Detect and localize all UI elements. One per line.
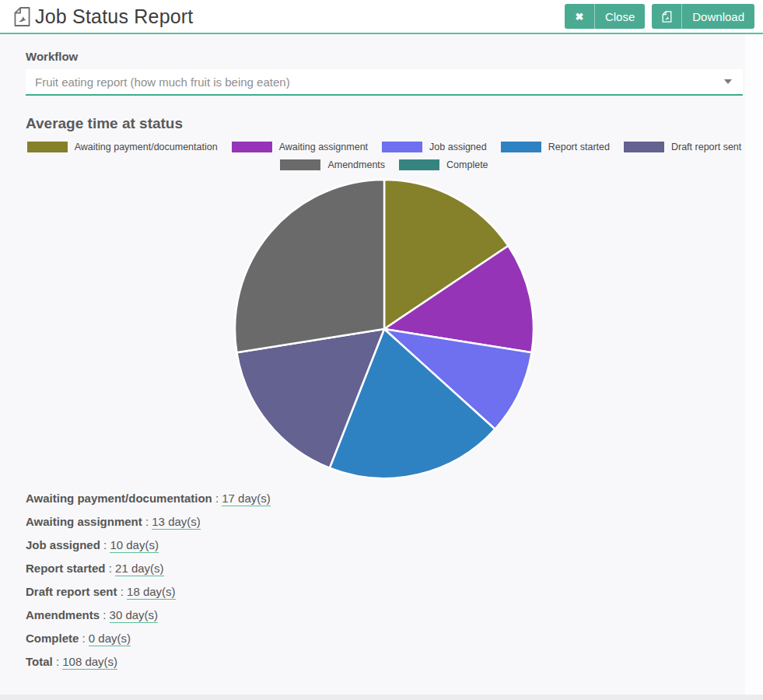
- status-separator: :: [106, 562, 116, 575]
- page-title: Job Status Report: [35, 5, 194, 28]
- pdf-download-icon: [652, 4, 681, 29]
- status-row: Awaiting assignment : 13 day(s): [26, 510, 743, 534]
- status-separator: :: [100, 608, 110, 621]
- legend-swatch: [399, 159, 439, 170]
- download-button-label: Download: [682, 10, 754, 23]
- legend-label: Complete: [446, 159, 488, 170]
- workflow-label: Workflow: [26, 50, 743, 63]
- status-separator: :: [212, 492, 222, 505]
- legend-item[interactable]: Report started: [501, 142, 610, 152]
- header-buttons: ✖ Close Download: [565, 4, 754, 29]
- status-value-link[interactable]: 21 day(s): [115, 562, 164, 576]
- title-wrap: Job Status Report: [11, 5, 194, 28]
- legend-label: Job assigned: [429, 142, 487, 152]
- legend-label: Report started: [548, 142, 610, 152]
- pie-slice[interactable]: [235, 180, 384, 352]
- status-separator: :: [142, 515, 152, 528]
- status-row: Awaiting payment/documentation : 17 day(…: [26, 487, 743, 510]
- legend-swatch: [624, 142, 664, 152]
- pie-chart-container: [26, 177, 743, 481]
- status-value-link[interactable]: 18 day(s): [127, 585, 176, 600]
- workflow-select[interactable]: Fruit eating report (how much fruit is b…: [26, 69, 743, 96]
- legend-swatch: [27, 142, 68, 152]
- legend-item[interactable]: Complete: [399, 159, 488, 170]
- download-button[interactable]: Download: [652, 4, 754, 29]
- status-separator: :: [79, 632, 89, 645]
- status-label: Report started: [26, 562, 106, 575]
- legend-label: Awaiting payment/documentation: [75, 142, 218, 152]
- status-separator: :: [117, 585, 128, 598]
- status-label: Total: [26, 655, 53, 668]
- legend-item[interactable]: Amendments: [280, 159, 385, 170]
- status-row: Total : 108 day(s): [26, 650, 743, 674]
- status-row: Report started : 21 day(s): [26, 557, 743, 580]
- legend-swatch: [280, 159, 320, 170]
- status-separator: :: [100, 538, 110, 551]
- status-value-link[interactable]: 30 day(s): [110, 608, 159, 623]
- legend-label: Amendments: [327, 159, 385, 170]
- workflow-selected-option: Fruit eating report (how much fruit is b…: [35, 75, 290, 89]
- report-content: Workflow Fruit eating report (how much f…: [0, 34, 745, 698]
- status-list: Awaiting payment/documentation : 17 day(…: [26, 487, 743, 674]
- legend-swatch: [382, 142, 422, 152]
- status-value-link[interactable]: 10 day(s): [110, 538, 159, 553]
- close-button[interactable]: ✖ Close: [565, 4, 645, 29]
- pie-chart: [233, 177, 536, 481]
- status-separator: :: [53, 655, 63, 668]
- status-value-link[interactable]: 13 day(s): [152, 515, 201, 530]
- right-gutter: [745, 34, 763, 698]
- bottom-strip: [0, 695, 763, 700]
- status-row: Amendments : 30 day(s): [26, 604, 743, 627]
- legend-item[interactable]: Awaiting assignment: [232, 142, 368, 152]
- legend-swatch: [232, 142, 272, 152]
- status-row: Draft report sent : 18 day(s): [26, 580, 743, 604]
- close-button-label: Close: [595, 10, 645, 23]
- close-icon: ✖: [565, 4, 594, 29]
- legend-item[interactable]: Job assigned: [382, 142, 487, 152]
- status-value-link[interactable]: 17 day(s): [222, 492, 271, 506]
- status-label: Awaiting assignment: [26, 515, 142, 528]
- modal-header: Job Status Report ✖ Close Download: [0, 0, 763, 34]
- section-title: Average time at status: [26, 115, 743, 132]
- chevron-down-icon: [724, 79, 732, 84]
- status-label: Amendments: [26, 608, 100, 621]
- legend-label: Awaiting assignment: [279, 142, 368, 152]
- status-row: Job assigned : 10 day(s): [26, 534, 743, 557]
- legend-label: Draft report sent: [671, 142, 741, 152]
- legend-row: AmendmentsComplete: [26, 159, 743, 170]
- pdf-file-icon: [11, 5, 33, 28]
- status-label: Complete: [26, 632, 79, 645]
- status-value-link[interactable]: 108 day(s): [62, 655, 117, 670]
- status-label: Job assigned: [26, 538, 100, 551]
- status-value-link[interactable]: 0 day(s): [89, 632, 131, 646]
- legend-item[interactable]: Draft report sent: [624, 142, 741, 152]
- status-row: Complete : 0 day(s): [26, 627, 743, 650]
- legend-swatch: [501, 142, 541, 152]
- legend-item[interactable]: Awaiting payment/documentation: [27, 142, 218, 152]
- status-label: Draft report sent: [26, 585, 117, 598]
- chart-legend: Awaiting payment/documentationAwaiting a…: [26, 142, 743, 170]
- legend-row: Awaiting payment/documentationAwaiting a…: [26, 142, 743, 152]
- status-label: Awaiting payment/documentation: [26, 492, 212, 505]
